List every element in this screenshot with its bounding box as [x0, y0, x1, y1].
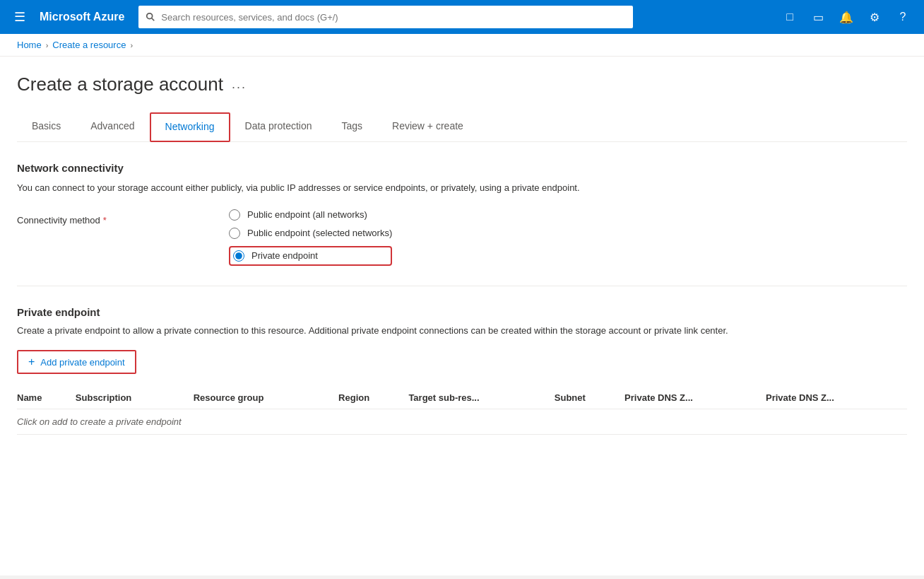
- radio-public-selected-input[interactable]: [229, 228, 240, 239]
- section-divider: [17, 286, 907, 286]
- tab-advanced[interactable]: Advanced: [76, 112, 149, 141]
- terminal-icon[interactable]: □: [777, 4, 802, 30]
- main-content: Create a storage account ... Basics Adva…: [0, 57, 924, 575]
- add-icon: +: [28, 356, 35, 368]
- breadcrumb-sep-1: ›: [46, 41, 49, 49]
- network-connectivity-title: Network connectivity: [17, 162, 907, 174]
- empty-message: Click on add to create a private endpoin…: [17, 409, 907, 435]
- radio-private-box: Private endpoint: [229, 246, 392, 266]
- help-icon[interactable]: ?: [890, 4, 916, 30]
- connectivity-method-label: Connectivity method *: [17, 209, 229, 226]
- tabs: Basics Advanced Networking Data protecti…: [17, 112, 907, 142]
- private-endpoint-table: Name Subscription Resource group Region …: [17, 385, 907, 435]
- connectivity-method-row: Connectivity method * Public endpoint (a…: [17, 209, 907, 266]
- radio-public-all[interactable]: Public endpoint (all networks): [229, 209, 392, 221]
- col-private-dns-z2: Private DNS Z...: [766, 385, 907, 409]
- tab-data-protection[interactable]: Data protection: [230, 112, 327, 141]
- radio-public-selected[interactable]: Public endpoint (selected networks): [229, 228, 392, 239]
- col-target-sub-res: Target sub-res...: [408, 385, 554, 409]
- empty-table-row: Click on add to create a private endpoin…: [17, 409, 907, 435]
- col-name: Name: [17, 385, 76, 409]
- breadcrumb-sep-2: ›: [130, 41, 133, 49]
- search-icon: [146, 12, 155, 22]
- directory-icon[interactable]: ▭: [805, 4, 831, 30]
- tab-review-create[interactable]: Review + create: [377, 112, 478, 141]
- network-connectivity-section: Network connectivity You can connect to …: [17, 162, 907, 266]
- settings-icon[interactable]: ⚙: [862, 4, 887, 30]
- radio-private-input[interactable]: [233, 250, 244, 262]
- col-subscription: Subscription: [76, 385, 194, 409]
- search-box[interactable]: [138, 6, 633, 28]
- col-resource-group: Resource group: [194, 385, 338, 409]
- page-menu-dots[interactable]: ...: [232, 77, 247, 92]
- private-endpoint-title: Private endpoint: [17, 306, 907, 318]
- add-private-endpoint-button[interactable]: + Add private endpoint: [17, 350, 136, 374]
- radio-private-label: Private endpoint: [251, 250, 318, 261]
- topnav: ☰ Microsoft Azure □ ▭ 🔔 ⚙ ?: [0, 0, 924, 34]
- hamburger-icon[interactable]: ☰: [8, 6, 31, 28]
- breadcrumb-create-resource[interactable]: Create a resource: [52, 40, 126, 50]
- notification-icon[interactable]: 🔔: [834, 4, 859, 30]
- search-input[interactable]: [161, 12, 626, 23]
- col-private-dns-z1: Private DNS Z...: [624, 385, 766, 409]
- tab-tags[interactable]: Tags: [327, 112, 378, 141]
- private-endpoint-desc: Create a private endpoint to allow a pri…: [17, 324, 907, 338]
- svg-point-0: [147, 13, 153, 19]
- required-indicator: *: [103, 215, 107, 226]
- radio-public-all-label: Public endpoint (all networks): [247, 209, 367, 220]
- col-region: Region: [338, 385, 408, 409]
- col-subnet: Subnet: [555, 385, 624, 409]
- private-endpoint-section: Private endpoint Create a private endpoi…: [17, 306, 907, 435]
- network-connectivity-desc: You can connect to your storage account …: [17, 181, 632, 195]
- svg-line-1: [152, 18, 155, 21]
- connectivity-options: Public endpoint (all networks) Public en…: [229, 209, 392, 266]
- breadcrumb: Home › Create a resource ›: [0, 34, 924, 57]
- brand-name: Microsoft Azure: [40, 11, 124, 23]
- radio-public-all-input[interactable]: [229, 209, 240, 221]
- radio-public-selected-label: Public endpoint (selected networks): [247, 228, 392, 238]
- tab-basics[interactable]: Basics: [17, 112, 76, 141]
- add-button-label: Add private endpoint: [40, 357, 124, 368]
- radio-private[interactable]: Private endpoint: [233, 250, 318, 262]
- topnav-icons: □ ▭ 🔔 ⚙ ?: [777, 4, 916, 30]
- tab-networking[interactable]: Networking: [150, 112, 230, 142]
- page-title: Create a storage account: [17, 74, 223, 95]
- page-title-row: Create a storage account ...: [17, 74, 907, 95]
- breadcrumb-home[interactable]: Home: [17, 40, 42, 50]
